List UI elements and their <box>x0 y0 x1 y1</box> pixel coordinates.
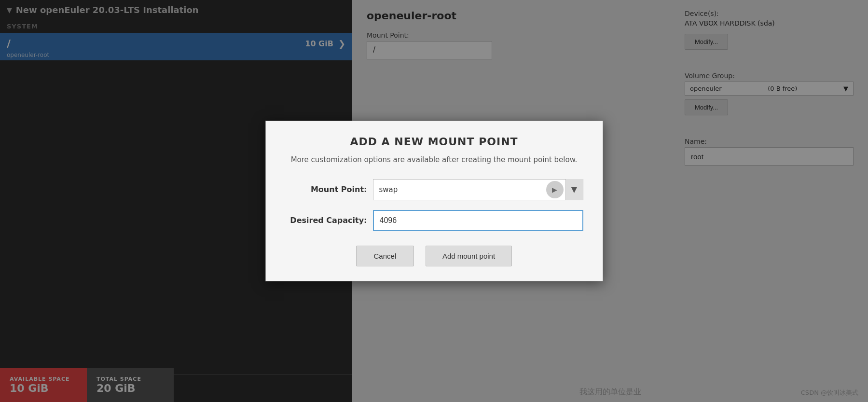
add-mount-point-button[interactable]: Add mount point <box>426 246 512 266</box>
cancel-button[interactable]: Cancel <box>356 246 414 266</box>
modal-buttons: Cancel Add mount point <box>285 246 583 266</box>
add-mount-point-modal: ADD A NEW MOUNT POINT More customization… <box>265 121 603 281</box>
modal-overlay: ADD A NEW MOUNT POINT More customization… <box>0 0 868 402</box>
modal-mount-point-label: Mount Point: <box>285 185 367 194</box>
play-icon-btn[interactable]: ▶ <box>546 181 564 198</box>
mount-point-dropdown-arrow[interactable]: ▼ <box>565 179 583 200</box>
modal-mount-point-value: swap <box>373 185 546 194</box>
modal-capacity-input[interactable] <box>373 210 583 231</box>
modal-mount-point-row: Mount Point: swap ▶ ▼ <box>285 179 583 200</box>
dropdown-arrow-icon: ▼ <box>571 185 577 194</box>
modal-title: ADD A NEW MOUNT POINT <box>285 136 583 148</box>
modal-subtitle: More customization options are available… <box>285 154 583 166</box>
play-icon: ▶ <box>552 186 557 194</box>
modal-capacity-label: Desired Capacity: <box>285 216 367 225</box>
modal-capacity-row: Desired Capacity: <box>285 210 583 231</box>
modal-mount-point-field[interactable]: swap ▶ ▼ <box>373 179 583 200</box>
